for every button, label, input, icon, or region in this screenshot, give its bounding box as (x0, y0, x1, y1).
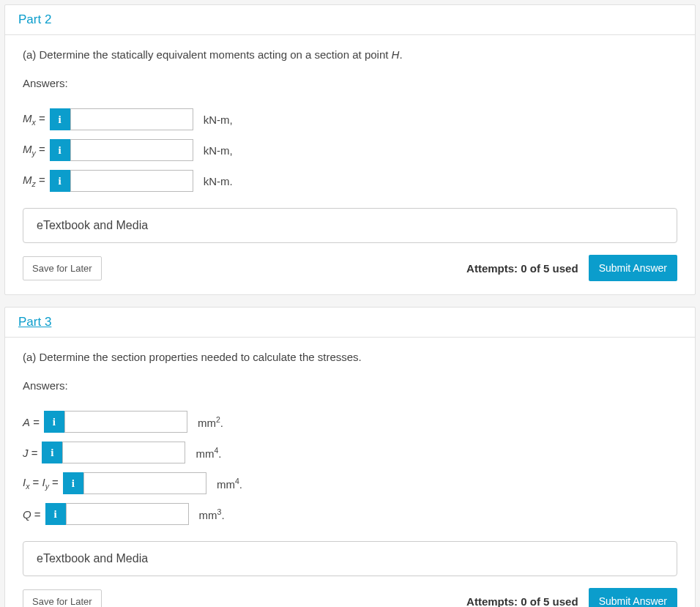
attempts-text: Attempts: 0 of 5 used (466, 595, 578, 608)
unit-ixiy: mm4. (217, 477, 242, 491)
input-q[interactable] (66, 503, 189, 525)
answer-row-ixiy: Ix = Iy = i mm4. (23, 472, 677, 494)
answer-row-mx: Mx = i kN-m, (23, 108, 677, 130)
part-2-panel: Part 2 (a) Determine the statically equi… (4, 4, 696, 295)
info-icon[interactable]: i (50, 108, 70, 130)
save-for-later-button[interactable]: Save for Later (23, 256, 102, 280)
part-3-body: (a) Determine the section properties nee… (5, 338, 695, 607)
var-label-q: Q = (23, 508, 41, 521)
unit-j: mm4. (196, 446, 221, 460)
unit-mx: kN-m, (204, 113, 233, 126)
var-label-a: A = (23, 416, 40, 428)
info-icon[interactable]: i (50, 170, 70, 192)
answers-label: Answers: (23, 77, 677, 89)
info-icon[interactable]: i (63, 472, 83, 494)
answers-label: Answers: (23, 379, 677, 392)
answer-row-a: A = i mm2. (23, 411, 677, 433)
var-label-j: J = (23, 447, 37, 459)
answer-row-j: J = i mm4. (23, 442, 677, 463)
input-my[interactable] (70, 139, 193, 161)
input-mx[interactable] (70, 108, 193, 130)
right-actions: Attempts: 0 of 5 used Submit Answer (466, 588, 677, 607)
attempts-text: Attempts: 0 of 5 used (466, 262, 578, 275)
question-suffix: . (399, 48, 402, 61)
info-icon[interactable]: i (42, 442, 62, 463)
unit-q: mm3. (199, 507, 225, 521)
footer-row: Save for Later Attempts: 0 of 5 used Sub… (23, 255, 677, 281)
save-for-later-button[interactable]: Save for Later (23, 589, 102, 608)
question-text: (a) Determine the statically equivalent … (23, 48, 392, 61)
var-label-ixiy: Ix = Iy = (23, 476, 59, 491)
answer-row-q: Q = i mm3. (23, 503, 677, 525)
part-2-title-link[interactable]: Part 2 (18, 12, 51, 26)
var-label-mz: Mz = (23, 174, 45, 188)
question-point: H (392, 48, 400, 61)
submit-answer-button[interactable]: Submit Answer (589, 255, 677, 281)
input-mz[interactable] (70, 170, 193, 192)
part-3-panel: Part 3 (a) Determine the section propert… (4, 307, 696, 607)
part-2-body: (a) Determine the statically equivalent … (5, 35, 695, 294)
part-3-question: (a) Determine the section properties nee… (23, 351, 677, 363)
var-label-mx: Mx = (23, 112, 45, 127)
part-3-title-link[interactable]: Part 3 (18, 315, 51, 329)
unit-mz: kN-m. (204, 175, 233, 187)
var-label-my: My = (23, 143, 45, 157)
submit-answer-button[interactable]: Submit Answer (589, 588, 677, 607)
input-ixiy[interactable] (83, 472, 206, 494)
input-a[interactable] (64, 411, 187, 433)
unit-a: mm2. (198, 415, 223, 429)
etextbook-button[interactable]: eTextbook and Media (23, 541, 677, 576)
unit-my: kN-m, (204, 144, 233, 157)
answer-row-my: My = i kN-m, (23, 139, 677, 161)
info-icon[interactable]: i (50, 139, 70, 161)
info-icon[interactable]: i (44, 411, 64, 433)
footer-row: Save for Later Attempts: 0 of 5 used Sub… (23, 588, 677, 607)
input-j[interactable] (62, 442, 185, 463)
etextbook-button[interactable]: eTextbook and Media (23, 208, 677, 243)
right-actions: Attempts: 0 of 5 used Submit Answer (466, 255, 677, 281)
part-2-header: Part 2 (5, 5, 695, 35)
answer-row-mz: Mz = i kN-m. (23, 170, 677, 192)
info-icon[interactable]: i (45, 503, 66, 525)
part-2-question: (a) Determine the statically equivalent … (23, 48, 677, 61)
part-3-header: Part 3 (5, 308, 695, 338)
